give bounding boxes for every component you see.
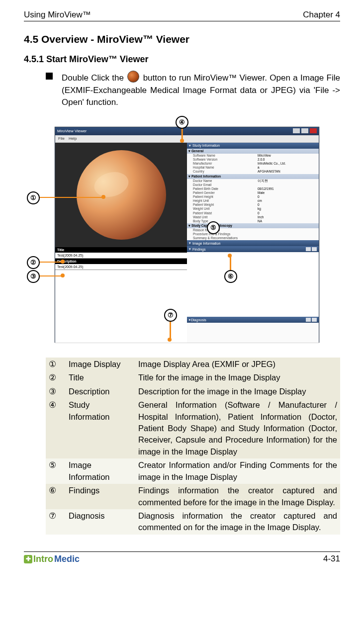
patient-heading[interactable]: ▾ Patient Information	[187, 174, 319, 179]
findings-header[interactable]: ▾ Findings	[187, 246, 319, 252]
kv-key: Country	[193, 170, 258, 174]
brand-text-b: Medic	[54, 554, 80, 564]
callout-line-7	[170, 320, 171, 339]
patient-group: Doctor Name이지현 Doctor Email Patient Birt…	[187, 179, 319, 223]
table-row: ② Title Title for the image in the Image…	[46, 371, 340, 384]
kv-key: Patient Height	[193, 195, 258, 199]
kv-value: AFGHANISTAN	[258, 170, 317, 174]
kv-key: Height Unit	[193, 199, 258, 203]
kv-value: IntroMedic Co., Ltd.	[258, 162, 317, 166]
legend-desc-text: Diagnosis information the creator captur…	[138, 510, 337, 534]
callout-6: ⑥	[224, 270, 237, 283]
callout-dot-2	[61, 260, 65, 264]
kv-key: Summary & Recommendations	[193, 236, 258, 240]
kv-key: Procedure Info & Findings	[193, 232, 258, 236]
chevron-down-icon: ▾	[189, 247, 191, 251]
legend-desc: Title for the image in the Image Display	[135, 371, 340, 384]
general-heading[interactable]: ▾ General	[187, 149, 319, 154]
callout-4: ④	[176, 116, 188, 129]
study-info-header[interactable]: ▾ Study Information	[187, 143, 319, 149]
page-number: 4-31	[323, 554, 340, 564]
legend-num: ④	[46, 398, 66, 458]
callout-2: ②	[27, 256, 40, 269]
menu-file[interactable]: File	[58, 136, 65, 141]
app-window: MiroView Viewer File Help Title	[55, 127, 319, 343]
callout-dot-1	[101, 195, 105, 199]
menu-help[interactable]: Help	[69, 136, 77, 141]
general-heading-label: General	[191, 149, 203, 153]
bullet-text-pre: Double Click the	[62, 73, 126, 83]
kv-key: Weight Unit	[193, 207, 258, 211]
callout-line-1	[38, 197, 102, 198]
legend-label: Study Information	[66, 398, 135, 458]
app-launch-icon	[127, 71, 139, 83]
kv-value: cm	[258, 199, 317, 203]
window-controls[interactable]	[292, 128, 317, 134]
diagnosis-header[interactable]: ▸ Diagnosis	[187, 317, 319, 323]
kv-value: 2.0.0	[258, 158, 317, 162]
kv-value: 0	[258, 203, 317, 207]
bullet-item: Double Click the button to run MiroView™…	[46, 71, 340, 109]
kv-value: a	[258, 166, 317, 170]
add-icon[interactable]	[306, 318, 311, 322]
kv-value: Male	[258, 191, 317, 195]
maximize-icon[interactable]	[301, 128, 308, 133]
title-value: Test(2009.04.25)	[55, 253, 187, 259]
image-display-area	[55, 143, 187, 247]
kv-value: 08/12/1991	[258, 187, 317, 191]
right-pane: ▾ Study Information ▾ General Software N…	[187, 143, 319, 343]
table-row: ⑦ Diagnosis Diagnosis information the cr…	[46, 509, 340, 535]
general-group: Software NameMiroView Software Version2.…	[187, 154, 319, 174]
left-blank-area	[55, 270, 187, 343]
findings-header-label: Findings	[192, 248, 205, 251]
screenshot-figure: ④ ① ② ③ ⑤ ⑥ ⑦ MiroView Viewer	[24, 118, 340, 352]
legend-label: Findings	[66, 484, 135, 509]
legend-num: ①	[46, 358, 66, 371]
brand-logo: IntroMedic	[24, 554, 80, 564]
legend-desc: Findings information the creator capture…	[135, 484, 340, 509]
description-value: Test(2009.04.25)	[55, 264, 187, 270]
page-footer: IntroMedic 4-31	[24, 552, 340, 564]
window-title: MiroView Viewer	[57, 129, 87, 133]
remove-icon[interactable]	[312, 318, 317, 322]
section-title: 4.5 Overview - MiroView™ Viewer	[24, 33, 340, 45]
kv-value	[258, 228, 317, 232]
bullet-text: Double Click the button to run MiroView™…	[62, 71, 340, 109]
image-info-header[interactable]: ▾ Image Information	[187, 240, 319, 246]
legend-label: Title	[66, 371, 135, 384]
app-body: Title Test(2009.04.25) Description Test(…	[55, 143, 319, 343]
close-icon[interactable]	[310, 128, 317, 133]
menubar: File Help	[55, 135, 319, 143]
callout-line-3	[38, 275, 62, 277]
study-info-header-label: Study Information	[192, 144, 220, 147]
legend-desc: Image Display Area (EXMIF or JPEG)	[135, 358, 340, 371]
findings-buttons	[306, 247, 317, 251]
minimize-icon[interactable]	[293, 128, 300, 133]
instruction-block: Double Click the button to run MiroView™…	[24, 71, 340, 109]
study-ce-group: Reason for referral Procedure Info & Fin…	[187, 228, 319, 240]
add-icon[interactable]	[306, 247, 311, 251]
triangle-down-icon: ▾	[188, 175, 190, 179]
legend-desc: Creator Information and/or Finding Comme…	[135, 458, 340, 484]
kv-key: Reason for referral	[193, 228, 258, 232]
findings-area	[187, 252, 319, 317]
kv-key: Patient Gender	[193, 191, 258, 195]
document-page: Using MiroView™ Chapter 4 4.5 Overview -…	[0, 0, 364, 570]
page-header: Using MiroView™ Chapter 4	[24, 10, 340, 21]
table-row: ⑥ Findings Findings information the crea…	[46, 484, 340, 509]
table-row: ③ Description Description for the image …	[46, 385, 340, 398]
patient-heading-label: Patient Information	[191, 175, 221, 178]
callout-dot-6	[228, 254, 232, 258]
titlebar: MiroView Viewer	[55, 127, 319, 135]
brand-icon	[24, 555, 32, 563]
kv-value: 이지현	[258, 179, 317, 183]
kv-value: kg	[258, 207, 317, 211]
callout-line-2	[38, 262, 62, 263]
triangle-down-icon: ▾	[188, 224, 190, 228]
title-label: Title	[55, 247, 187, 253]
callout-line-6	[230, 256, 231, 271]
remove-icon[interactable]	[312, 247, 317, 251]
kv-key: Hospital Name	[193, 166, 258, 170]
legend-desc: General Information (Software / Manufact…	[135, 398, 340, 458]
legend-desc: Description for the image in the Image D…	[135, 385, 340, 398]
